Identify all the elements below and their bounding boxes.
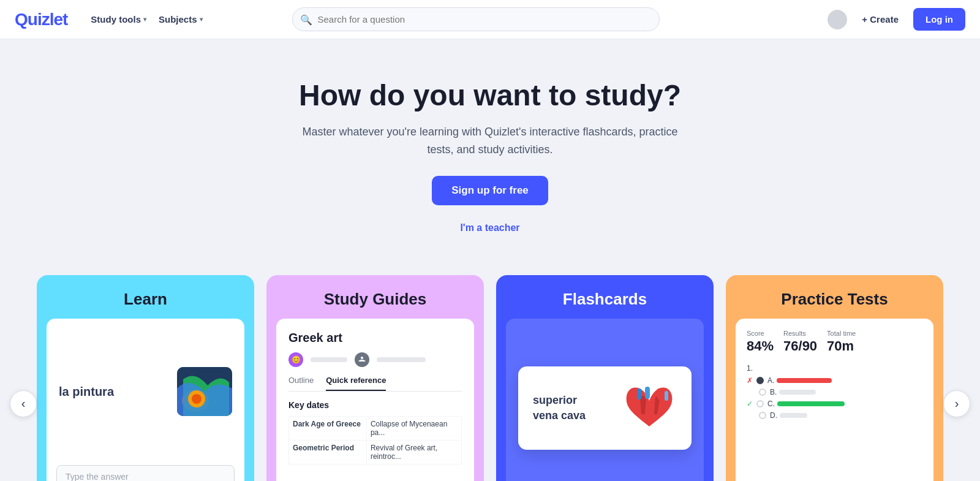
period-1: Dark Age of Greece <box>289 416 367 440</box>
pt-option-a: ✗ A. <box>747 376 922 385</box>
fc-text: superior vena cava <box>533 393 586 423</box>
tab-outline[interactable]: Outline <box>288 376 314 391</box>
check-icon: ✓ <box>747 400 753 408</box>
heart-anatomy-image <box>622 384 677 433</box>
navbar: Quizlet Study tools ▾ Subjects ▾ 🔍 + Cre… <box>0 0 980 39</box>
hero-heading: How do you want to study? <box>15 78 965 112</box>
pt-option-c: ✓ C. <box>747 400 922 408</box>
sg-inner: Greek art 😊 Outline Quick reference Key … <box>276 319 474 481</box>
cross-icon: ✗ <box>747 376 753 385</box>
learn-answer-input[interactable]: Type the answer <box>56 465 235 481</box>
bar-a <box>777 378 832 383</box>
learn-card: Learn la pintura <box>37 275 254 481</box>
sg-section-title: Key dates <box>288 400 462 410</box>
nav-right: + Create Log in <box>827 8 965 31</box>
svg-rect-7 <box>665 391 668 401</box>
pt-option-d: D. <box>747 411 922 420</box>
svg-rect-4 <box>645 387 650 399</box>
learn-word: la pintura <box>59 385 114 399</box>
event-1: Collapse of Mycenaean pa... <box>366 416 461 440</box>
signup-button[interactable]: Sign up for free <box>432 176 548 205</box>
hero-section: How do you want to study? Master whateve… <box>0 39 980 263</box>
sg-tabs: Outline Quick reference <box>288 376 462 392</box>
radio-b <box>759 388 766 396</box>
login-button[interactable]: Log in <box>913 8 965 31</box>
sg-user-avatar: 😊 <box>288 352 303 367</box>
study-guides-card: Study Guides Greek art 😊 Outline Quick r… <box>266 275 484 481</box>
learn-inner: la pintura Type the answer <box>47 319 244 481</box>
teacher-link[interactable]: I'm a teacher <box>15 222 965 233</box>
search-bar: 🔍 <box>292 7 660 31</box>
create-button[interactable]: + Create <box>854 9 906 29</box>
logo[interactable]: Quizlet <box>15 10 67 29</box>
study-tools-chevron-icon: ▾ <box>143 16 146 23</box>
search-icon: 🔍 <box>300 13 312 25</box>
bar-b <box>779 390 816 395</box>
pt-stats: Score 84% Results 76/90 Total time 70m <box>747 330 922 354</box>
svg-point-3 <box>192 394 202 404</box>
pt-question-number: 1. <box>747 364 922 373</box>
learn-image <box>177 367 232 416</box>
svg-rect-6 <box>657 388 662 400</box>
sg-bar-1 <box>311 357 347 362</box>
tab-quick-reference[interactable]: Quick reference <box>326 376 386 391</box>
table-row: Dark Age of Greece Collapse of Mycenaean… <box>289 416 462 440</box>
sg-meta: 😊 <box>288 352 462 367</box>
sg-table: Dark Age of Greece Collapse of Mycenaean… <box>288 416 462 464</box>
pt-inner: Score 84% Results 76/90 Total time 70m 1… <box>736 319 933 481</box>
learn-content: la pintura <box>47 319 244 465</box>
pt-question-item: 1. ✗ A. B. <box>747 364 922 420</box>
pt-option-b: B. <box>747 388 922 396</box>
study-tools-menu[interactable]: Study tools ▾ <box>85 9 153 29</box>
sg-subject: Greek art <box>288 331 462 345</box>
pt-time: Total time 70m <box>827 330 856 354</box>
avatar <box>827 10 847 29</box>
flashcards-card: Flashcards superior vena cava <box>496 275 714 481</box>
sg-bar-2 <box>377 357 426 362</box>
learn-card-title: Learn <box>37 275 254 319</box>
cards-section: ‹ Learn la pintura <box>0 263 980 481</box>
fc-inner: superior vena cava <box>506 319 704 481</box>
cards-container: Learn la pintura <box>0 263 980 481</box>
pt-score: Score 84% <box>747 330 774 354</box>
bar-c <box>777 401 845 406</box>
period-2: Geometric Period <box>289 440 367 464</box>
radio-c <box>756 400 764 407</box>
flashcard[interactable]: superior vena cava <box>518 366 692 450</box>
carousel-next-button[interactable]: › <box>943 390 970 417</box>
flashcards-title: Flashcards <box>496 275 714 319</box>
study-guides-title: Study Guides <box>266 275 484 319</box>
bar-d <box>780 413 807 418</box>
event-2: Revival of Greek art, reintroc... <box>366 440 461 464</box>
table-row: Geometric Period Revival of Greek art, r… <box>289 440 462 464</box>
svg-rect-5 <box>637 388 641 400</box>
carousel-prev-button[interactable]: ‹ <box>10 390 37 417</box>
radio-a <box>756 377 764 384</box>
pt-results: Results 76/90 <box>783 330 817 354</box>
sg-user-avatar-2 <box>355 352 369 367</box>
hero-subtext: Master whatever you're learning with Qui… <box>300 123 680 159</box>
practice-tests-card: Practice Tests Score 84% Results 76/90 T… <box>726 275 943 481</box>
subjects-menu[interactable]: Subjects ▾ <box>153 9 209 29</box>
search-input[interactable] <box>292 7 660 31</box>
practice-tests-title: Practice Tests <box>726 275 943 319</box>
radio-d <box>759 412 766 419</box>
subjects-chevron-icon: ▾ <box>200 16 203 23</box>
